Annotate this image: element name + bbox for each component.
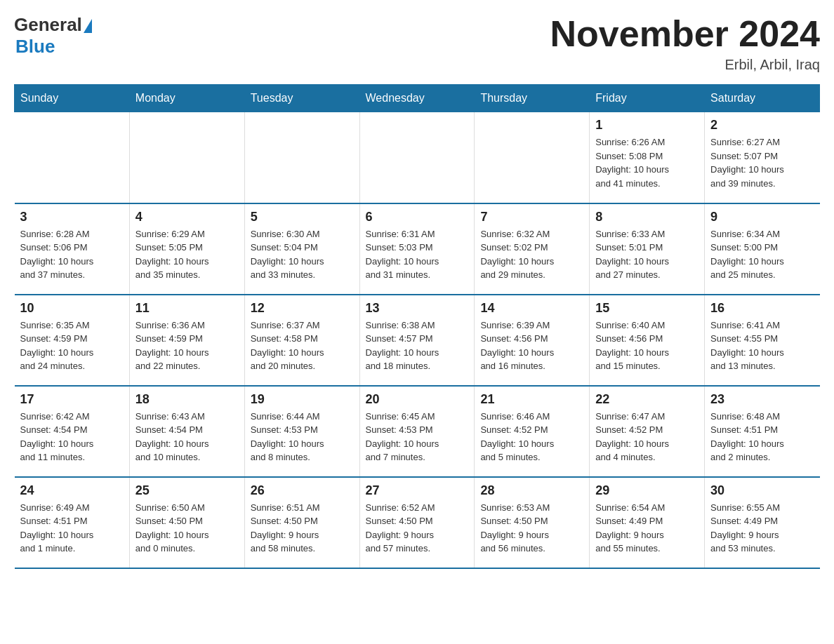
day-info: Sunrise: 6:30 AM Sunset: 5:04 PM Dayligh… — [251, 227, 354, 282]
day-number: 24 — [20, 483, 124, 498]
day-number: 30 — [710, 483, 814, 498]
calendar-week-row: 24Sunrise: 6:49 AM Sunset: 4:51 PM Dayli… — [15, 477, 820, 568]
day-number: 29 — [595, 483, 699, 498]
calendar-cell: 23Sunrise: 6:48 AM Sunset: 4:51 PM Dayli… — [705, 386, 820, 477]
day-info: Sunrise: 6:46 AM Sunset: 4:52 PM Dayligh… — [480, 410, 583, 464]
calendar-cell: 27Sunrise: 6:52 AM Sunset: 4:50 PM Dayli… — [359, 477, 475, 568]
calendar-cell: 3Sunrise: 6:28 AM Sunset: 5:06 PM Daylig… — [15, 203, 130, 295]
day-info: Sunrise: 6:31 AM Sunset: 5:03 PM Dayligh… — [366, 227, 469, 282]
calendar-table: SundayMondayTuesdayWednesdayThursdayFrid… — [14, 84, 820, 569]
day-info: Sunrise: 6:40 AM Sunset: 4:56 PM Dayligh… — [595, 318, 699, 373]
day-number: 9 — [710, 210, 814, 224]
day-info: Sunrise: 6:28 AM Sunset: 5:06 PM Dayligh… — [20, 227, 124, 282]
calendar-cell: 4Sunrise: 6:29 AM Sunset: 5:05 PM Daylig… — [129, 203, 244, 295]
day-number: 21 — [480, 392, 583, 407]
day-number: 26 — [251, 483, 354, 498]
calendar-cell: 24Sunrise: 6:49 AM Sunset: 4:51 PM Dayli… — [15, 477, 130, 568]
day-info: Sunrise: 6:26 AM Sunset: 5:08 PM Dayligh… — [595, 135, 699, 190]
logo-general: General — [14, 14, 82, 36]
header-friday: Friday — [590, 85, 705, 112]
day-number: 17 — [20, 392, 124, 407]
calendar-cell: 28Sunrise: 6:53 AM Sunset: 4:50 PM Dayli… — [475, 477, 590, 568]
calendar-cell: 19Sunrise: 6:44 AM Sunset: 4:53 PM Dayli… — [244, 386, 359, 477]
day-info: Sunrise: 6:37 AM Sunset: 4:58 PM Dayligh… — [251, 318, 354, 373]
calendar-cell: 21Sunrise: 6:46 AM Sunset: 4:52 PM Dayli… — [475, 386, 590, 477]
day-number: 5 — [251, 210, 354, 224]
calendar-cell: 16Sunrise: 6:41 AM Sunset: 4:55 PM Dayli… — [705, 295, 820, 386]
day-number: 7 — [480, 210, 583, 224]
day-number: 8 — [595, 210, 699, 224]
day-number: 23 — [710, 392, 814, 407]
day-info: Sunrise: 6:34 AM Sunset: 5:00 PM Dayligh… — [710, 227, 814, 282]
day-info: Sunrise: 6:44 AM Sunset: 4:53 PM Dayligh… — [251, 410, 354, 464]
day-number: 27 — [366, 483, 469, 498]
day-info: Sunrise: 6:53 AM Sunset: 4:50 PM Dayligh… — [480, 501, 583, 556]
calendar-cell: 30Sunrise: 6:55 AM Sunset: 4:49 PM Dayli… — [705, 477, 820, 568]
day-number: 6 — [366, 210, 469, 224]
calendar-header-row: SundayMondayTuesdayWednesdayThursdayFrid… — [15, 85, 820, 112]
calendar-week-row: 3Sunrise: 6:28 AM Sunset: 5:06 PM Daylig… — [15, 203, 820, 295]
day-info: Sunrise: 6:41 AM Sunset: 4:55 PM Dayligh… — [710, 318, 814, 373]
day-info: Sunrise: 6:35 AM Sunset: 4:59 PM Dayligh… — [20, 318, 124, 373]
day-info: Sunrise: 6:45 AM Sunset: 4:53 PM Dayligh… — [366, 410, 469, 464]
calendar-cell: 10Sunrise: 6:35 AM Sunset: 4:59 PM Dayli… — [15, 295, 130, 386]
calendar-week-row: 1Sunrise: 6:26 AM Sunset: 5:08 PM Daylig… — [15, 112, 820, 203]
header-wednesday: Wednesday — [359, 85, 475, 112]
day-number: 19 — [251, 392, 354, 407]
day-number: 10 — [20, 301, 124, 316]
logo-triangle-icon — [84, 19, 92, 33]
day-info: Sunrise: 6:55 AM Sunset: 4:49 PM Dayligh… — [710, 501, 814, 556]
header-tuesday: Tuesday — [244, 85, 359, 112]
day-info: Sunrise: 6:49 AM Sunset: 4:51 PM Dayligh… — [20, 501, 124, 556]
day-number: 15 — [595, 301, 699, 316]
day-number: 28 — [480, 483, 583, 498]
day-info: Sunrise: 6:29 AM Sunset: 5:05 PM Dayligh… — [135, 227, 239, 282]
calendar-cell — [475, 112, 590, 203]
day-info: Sunrise: 6:33 AM Sunset: 5:01 PM Dayligh… — [595, 227, 699, 282]
calendar-cell: 17Sunrise: 6:42 AM Sunset: 4:54 PM Dayli… — [15, 386, 130, 477]
calendar-month-year: November 2024 — [550, 14, 820, 54]
day-number: 20 — [366, 392, 469, 407]
calendar-cell: 7Sunrise: 6:32 AM Sunset: 5:02 PM Daylig… — [475, 203, 590, 295]
logo: General Blue — [14, 14, 92, 58]
day-info: Sunrise: 6:32 AM Sunset: 5:02 PM Dayligh… — [480, 227, 583, 282]
header-monday: Monday — [129, 85, 244, 112]
calendar-title-area: November 2024 Erbil, Arbil, Iraq — [550, 14, 820, 73]
day-number: 18 — [135, 392, 239, 407]
day-number: 16 — [710, 301, 814, 316]
day-info: Sunrise: 6:36 AM Sunset: 4:59 PM Dayligh… — [135, 318, 239, 373]
calendar-cell: 13Sunrise: 6:38 AM Sunset: 4:57 PM Dayli… — [359, 295, 475, 386]
day-info: Sunrise: 6:50 AM Sunset: 4:50 PM Dayligh… — [135, 501, 239, 556]
day-number: 22 — [595, 392, 699, 407]
header-saturday: Saturday — [705, 85, 820, 112]
header-sunday: Sunday — [15, 85, 130, 112]
page-header: General Blue November 2024 Erbil, Arbil,… — [14, 14, 820, 73]
calendar-location: Erbil, Arbil, Iraq — [550, 57, 820, 73]
calendar-cell: 12Sunrise: 6:37 AM Sunset: 4:58 PM Dayli… — [244, 295, 359, 386]
calendar-cell: 15Sunrise: 6:40 AM Sunset: 4:56 PM Dayli… — [590, 295, 705, 386]
day-number: 11 — [135, 301, 239, 316]
day-number: 2 — [710, 118, 814, 133]
day-number: 14 — [480, 301, 583, 316]
calendar-cell: 8Sunrise: 6:33 AM Sunset: 5:01 PM Daylig… — [590, 203, 705, 295]
day-number: 4 — [135, 210, 239, 224]
logo-blue: Blue — [15, 36, 55, 58]
day-info: Sunrise: 6:43 AM Sunset: 4:54 PM Dayligh… — [135, 410, 239, 464]
calendar-cell — [359, 112, 475, 203]
day-info: Sunrise: 6:42 AM Sunset: 4:54 PM Dayligh… — [20, 410, 124, 464]
calendar-cell: 18Sunrise: 6:43 AM Sunset: 4:54 PM Dayli… — [129, 386, 244, 477]
calendar-week-row: 17Sunrise: 6:42 AM Sunset: 4:54 PM Dayli… — [15, 386, 820, 477]
calendar-cell: 11Sunrise: 6:36 AM Sunset: 4:59 PM Dayli… — [129, 295, 244, 386]
calendar-cell: 26Sunrise: 6:51 AM Sunset: 4:50 PM Dayli… — [244, 477, 359, 568]
calendar-cell: 6Sunrise: 6:31 AM Sunset: 5:03 PM Daylig… — [359, 203, 475, 295]
day-number: 3 — [20, 210, 124, 224]
day-number: 12 — [251, 301, 354, 316]
calendar-cell: 20Sunrise: 6:45 AM Sunset: 4:53 PM Dayli… — [359, 386, 475, 477]
calendar-cell: 14Sunrise: 6:39 AM Sunset: 4:56 PM Dayli… — [475, 295, 590, 386]
calendar-cell: 29Sunrise: 6:54 AM Sunset: 4:49 PM Dayli… — [590, 477, 705, 568]
day-info: Sunrise: 6:48 AM Sunset: 4:51 PM Dayligh… — [710, 410, 814, 464]
calendar-cell — [244, 112, 359, 203]
day-number: 1 — [595, 118, 699, 133]
day-info: Sunrise: 6:38 AM Sunset: 4:57 PM Dayligh… — [366, 318, 469, 373]
day-number: 25 — [135, 483, 239, 498]
